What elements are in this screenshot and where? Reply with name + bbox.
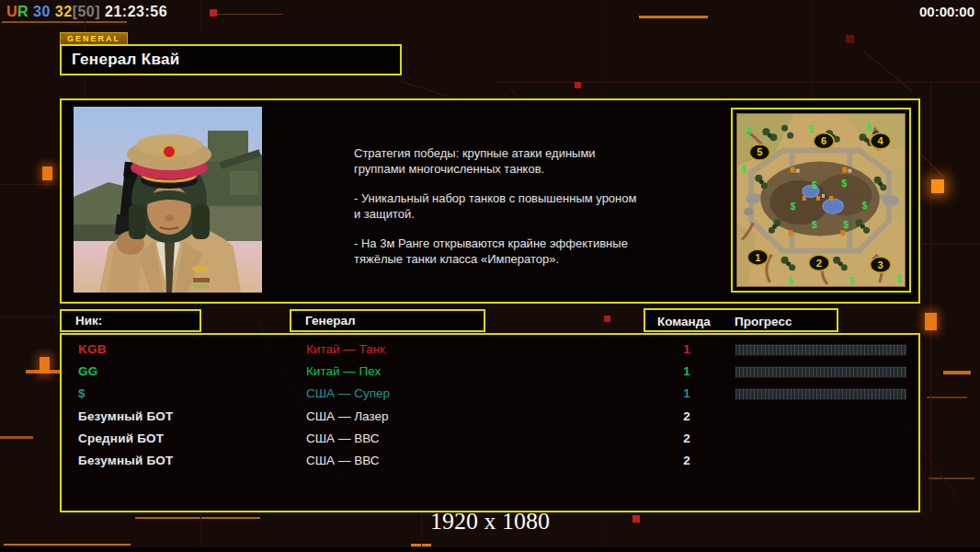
svg-text:$: $	[791, 201, 796, 212]
progress-bar	[735, 344, 906, 356]
player-nick: Безумный БОТ	[78, 454, 174, 467]
player-rows: KGB Китай — Танк 1 GG Китай — Пех 1 $ СШ…	[62, 339, 918, 472]
svg-text:$: $	[812, 180, 817, 190]
player-team: 1	[679, 364, 694, 378]
general-portrait-art	[74, 107, 262, 293]
player-nick: Средний БОТ	[78, 431, 164, 445]
player-team: 1	[679, 386, 694, 400]
player-row: Средний БОТ США — ВВС 2	[62, 428, 918, 450]
svg-text:$: $	[866, 122, 872, 132]
svg-text:2: 2	[816, 258, 822, 269]
general-name: Генерал Квай	[62, 46, 400, 69]
player-row: GG Китай — Пех 1	[62, 361, 918, 383]
header-general: Генерал	[290, 309, 485, 332]
match-timer: 00:00:00	[919, 4, 974, 19]
player-table-panel: KGB Китай — Танк 1 GG Китай — Пех 1 $ СШ…	[60, 333, 920, 512]
header-team: Команда	[657, 312, 711, 332]
svg-text:$: $	[849, 276, 855, 286]
strategy-paragraph-3: - На 3м Ранге открываются крайне эффекти…	[354, 236, 657, 267]
header-nick: Ник:	[60, 309, 201, 332]
minimap: $$$$$$$$$$$$$ 564123	[731, 108, 911, 293]
svg-text:$: $	[896, 274, 902, 284]
header-progress: Прогресс	[735, 312, 792, 332]
player-team: 2	[679, 454, 694, 467]
svg-text:$: $	[788, 276, 793, 286]
svg-text:$: $	[843, 220, 849, 230]
bottom-strip	[0, 547, 980, 552]
svg-text:4: 4	[878, 135, 884, 146]
svg-text:$: $	[841, 178, 847, 189]
general-title-box: Генерал Квай	[60, 44, 402, 75]
player-general: США — Супер	[306, 386, 390, 400]
player-general: США — Лазер	[306, 409, 388, 423]
player-general: США — ВВС	[306, 431, 379, 445]
header-team-progress: Команда Прогресс	[644, 308, 838, 332]
player-row: Безумный БОТ США — ВВС 2	[62, 450, 918, 472]
svg-text:6: 6	[821, 135, 826, 146]
score-status-text: UR 30 32[50] 21:23:56	[6, 4, 167, 20]
strategy-description: Стратегия победы: крупные атаки едиными …	[354, 145, 657, 281]
player-team: 1	[679, 342, 694, 356]
progress-bar	[735, 388, 906, 400]
map-resolution-label: 1920 x 1080	[0, 508, 980, 535]
svg-text:$: $	[741, 165, 746, 175]
progress-bar	[735, 366, 906, 378]
minimap-art: $$$$$$$$$$$$$ 564123	[736, 113, 906, 287]
player-general: США — ВВС	[306, 454, 379, 467]
svg-text:$: $	[812, 220, 817, 230]
svg-text:1: 1	[755, 252, 760, 263]
svg-text:3: 3	[878, 259, 883, 270]
svg-text:$: $	[746, 127, 751, 137]
svg-text:$: $	[808, 124, 814, 134]
player-nick: GG	[78, 364, 97, 378]
player-nick: KGB	[78, 342, 107, 356]
player-team: 2	[679, 409, 694, 423]
strategy-paragraph-1: Стратегия победы: крупные атаки едиными …	[354, 145, 657, 177]
general-portrait	[74, 107, 262, 293]
player-row: KGB Китай — Танк 1	[62, 339, 918, 361]
strategy-paragraph-2: - Уникальный набор танков с повышенным у…	[354, 190, 657, 222]
player-row: Безумный БОТ США — Лазер 2	[62, 406, 918, 428]
player-team: 2	[679, 431, 694, 445]
svg-text:5: 5	[757, 146, 762, 157]
player-row: $ США — Супер 1	[62, 383, 918, 405]
player-general: Китай — Пех	[306, 364, 381, 378]
player-nick: Безумный БОТ	[78, 409, 174, 423]
player-nick: $	[78, 386, 85, 400]
svg-text:$: $	[862, 201, 868, 211]
player-general: Китай — Танк	[306, 342, 385, 356]
